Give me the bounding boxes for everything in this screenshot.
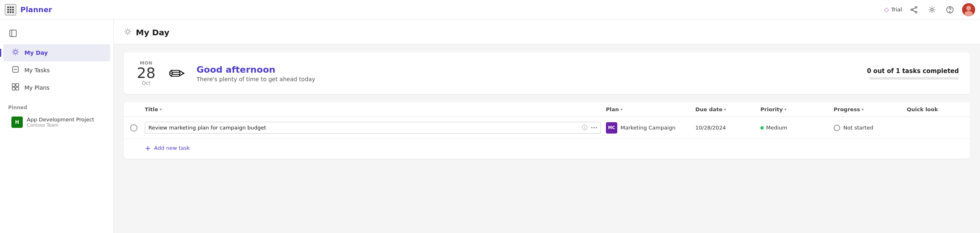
top-bar: Planner ◇ Trial [0, 0, 980, 19]
svg-line-30 [13, 54, 13, 54]
app-grid-icon[interactable] [5, 4, 16, 15]
col-header-title[interactable]: Title ▾ [145, 106, 606, 112]
share-icon[interactable] [908, 4, 920, 15]
top-bar-left: Planner [5, 4, 884, 15]
main-content: My Day MON 28 Oct ✏️ Good afternoon Ther… [114, 0, 980, 233]
svg-rect-7 [10, 11, 11, 13]
task-title: Review marketing plan for campaign budge… [148, 125, 579, 131]
pinned-item-team: Contoso Team [27, 123, 94, 128]
avatar-image [962, 3, 975, 16]
pinned-section-label: Pinned [0, 100, 113, 113]
svg-rect-6 [7, 11, 9, 13]
top-bar-right: ◇ Trial [884, 3, 975, 16]
svg-rect-2 [12, 6, 14, 8]
svg-point-18 [966, 6, 971, 11]
my-day-icon [11, 48, 20, 57]
add-plus-icon: + [145, 144, 151, 152]
col-header-priority[interactable]: Priority ▾ [760, 106, 834, 112]
progress-bar [869, 77, 959, 80]
plan-badge: MC [606, 122, 617, 134]
svg-rect-5 [12, 9, 14, 11]
trial-badge: ◇ Trial [884, 6, 902, 13]
col-header-progress[interactable]: Progress ▾ [834, 106, 907, 112]
table-header: Title ▾ Plan ▾ Due date ▾ Priority ▾ Pro… [124, 102, 970, 117]
task-info-icon[interactable]: ⓘ [582, 124, 588, 132]
svg-rect-20 [10, 30, 16, 37]
svg-line-27 [13, 50, 13, 50]
progress-cell: Not started [834, 125, 907, 131]
svg-line-28 [17, 54, 17, 54]
svg-line-44 [130, 29, 130, 30]
svg-point-22 [14, 50, 17, 54]
pinned-item-name: App Development Project [27, 116, 94, 123]
priority-sort-icon: ▾ [784, 107, 786, 112]
settings-icon[interactable] [926, 4, 938, 15]
priority-cell: Medium [760, 125, 834, 131]
svg-line-42 [125, 29, 126, 30]
pinned-item-app-dev[interactable]: H App Development Project Contoso Team [3, 113, 110, 131]
task-more-icon[interactable]: ⋯ [591, 124, 597, 132]
col-header-plan[interactable]: Plan ▾ [606, 106, 695, 112]
priority-dot [760, 126, 764, 129]
priority-label: Medium [766, 125, 787, 131]
app-title: Planner [20, 5, 52, 14]
page-header-sun-icon [124, 28, 132, 37]
my-tasks-icon [11, 66, 20, 75]
svg-rect-8 [12, 11, 14, 13]
progress-circle [834, 125, 840, 131]
tasks-completed-text: 0 out of 1 tasks completed [853, 67, 959, 75]
progress-label: Not started [843, 125, 873, 131]
col-header-quick-look: Quick look [907, 106, 964, 112]
task-title-cell: Review marketing plan for campaign budge… [145, 122, 601, 134]
add-task-row[interactable]: + Add new task [124, 139, 970, 159]
svg-line-13 [912, 10, 915, 12]
welcome-text: Good afternoon There's plenty of time to… [196, 65, 845, 82]
page-title: My Day [136, 28, 169, 37]
svg-point-9 [915, 6, 917, 8]
sidebar: My Day My Tasks My Plans [0, 0, 114, 233]
svg-rect-35 [12, 87, 15, 90]
svg-line-43 [130, 34, 130, 34]
table-row: Review marketing plan for campaign budge… [124, 117, 970, 139]
sidebar-item-my-tasks[interactable]: My Tasks [3, 62, 110, 79]
sidebar-item-my-tasks-label: My Tasks [24, 67, 50, 73]
greeting-subtitle: There's plenty of time to get ahead toda… [196, 76, 845, 82]
content-area: MON 28 Oct ✏️ Good afternoon There's ple… [114, 44, 980, 167]
date-number: 28 [135, 66, 157, 80]
tasks-completed-block: 0 out of 1 tasks completed [853, 67, 959, 80]
svg-rect-4 [10, 9, 11, 11]
sidebar-item-my-day[interactable]: My Day [3, 44, 110, 61]
title-sort-icon: ▾ [160, 107, 162, 112]
svg-line-12 [912, 8, 915, 9]
plan-sort-icon: ▾ [621, 107, 623, 112]
help-icon[interactable] [944, 4, 956, 15]
plan-name: Marketing Campaign [621, 125, 675, 131]
sidebar-toggle-area [0, 23, 113, 44]
my-plans-icon [11, 83, 20, 92]
sidebar-item-my-plans[interactable]: My Plans [3, 79, 110, 96]
date-block: MON 28 Oct [135, 60, 157, 86]
pencil-emoji: ✏️ [169, 62, 185, 85]
plan-cell: MC Marketing Campaign [606, 122, 695, 134]
sidebar-item-my-day-label: My Day [24, 50, 48, 56]
welcome-card: MON 28 Oct ✏️ Good afternoon There's ple… [124, 52, 970, 94]
trial-label: Trial [891, 6, 902, 13]
avatar[interactable] [962, 3, 975, 16]
task-table: Title ▾ Plan ▾ Due date ▾ Priority ▾ Pro… [124, 102, 970, 159]
col-header-due-date[interactable]: Due date ▾ [695, 106, 760, 112]
svg-rect-33 [12, 84, 15, 86]
sidebar-toggle-button[interactable] [7, 27, 20, 40]
svg-rect-34 [16, 84, 19, 86]
due-date: 10/28/2024 [695, 125, 760, 131]
pinned-item-text: App Development Project Contoso Team [27, 116, 94, 128]
svg-point-37 [126, 30, 129, 33]
date-month: Oct [135, 80, 157, 86]
pinned-item-icon: H [11, 116, 23, 128]
svg-line-29 [17, 50, 17, 50]
add-task-label: Add new task [154, 145, 190, 151]
page-header: My Day [114, 19, 980, 44]
svg-point-10 [911, 9, 912, 11]
svg-rect-0 [7, 6, 9, 8]
trial-diamond-icon: ◇ [884, 6, 889, 13]
task-checkbox[interactable] [130, 124, 137, 132]
